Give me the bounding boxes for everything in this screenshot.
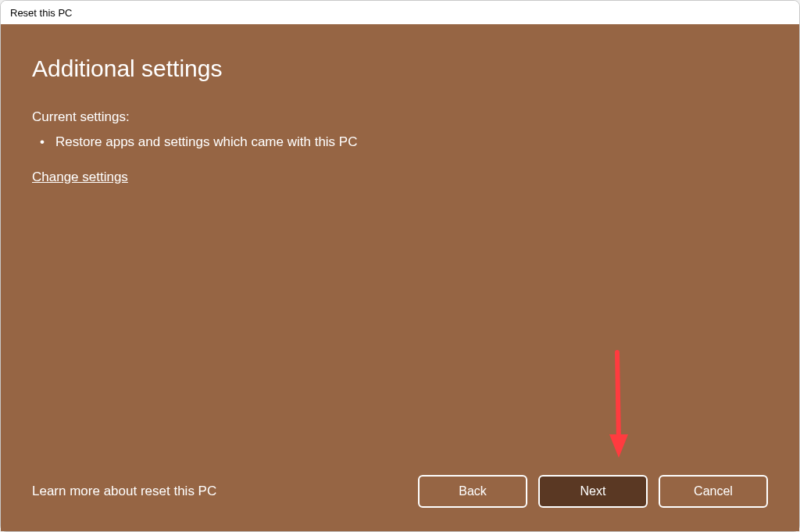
learn-more-link[interactable]: Learn more about reset this PC [32, 484, 216, 499]
settings-list-item: Restore apps and settings which came wit… [32, 134, 768, 150]
settings-list: Restore apps and settings which came wit… [32, 134, 768, 150]
button-row: Back Next Cancel [418, 475, 768, 508]
dialog-content: Additional settings Current settings: Re… [1, 24, 799, 531]
dialog-footer: Learn more about reset this PC Back Next… [32, 475, 768, 508]
cancel-button[interactable]: Cancel [659, 475, 768, 508]
current-settings-label: Current settings: [32, 109, 768, 125]
next-button[interactable]: Next [538, 475, 648, 508]
window-title: Reset this PC [10, 7, 72, 19]
dialog-window: Reset this PC Additional settings Curren… [0, 0, 800, 532]
page-heading: Additional settings [32, 55, 768, 82]
titlebar: Reset this PC [1, 1, 799, 24]
back-button[interactable]: Back [418, 475, 527, 508]
change-settings-link[interactable]: Change settings [32, 170, 128, 185]
